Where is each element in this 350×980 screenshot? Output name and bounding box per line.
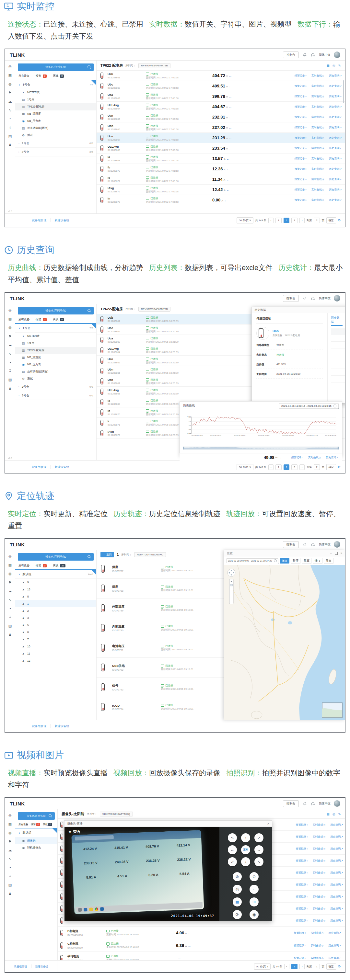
page-size-select[interactable]: 50 条/页 ∨ (237, 217, 253, 223)
sidebar-device-item[interactable]: ▤1号库 (15, 340, 96, 347)
send-down-icon[interactable]: ← (188, 931, 191, 935)
rail-icon[interactable]: ↧ (8, 369, 11, 373)
rail-icon[interactable]: ▤ (8, 378, 12, 382)
map-compass[interactable] (227, 569, 235, 577)
rail-icon[interactable]: ◍ (8, 831, 12, 835)
history-query-link[interactable]: 历史查询↗ (329, 74, 342, 77)
table-row[interactable]: 411.592021-04-06 18:26:39 (331, 335, 345, 342)
rail-icon[interactable]: ◎ (8, 64, 12, 68)
history-query-link[interactable]: 历史查询↗ (326, 456, 338, 459)
page-button-active[interactable]: 2 (284, 218, 289, 223)
back-button[interactable]: ← 返回 (101, 552, 114, 557)
rail-icon[interactable]: ⚑ (8, 581, 12, 585)
page-button-active[interactable]: 2 (284, 465, 289, 470)
alarm-record-link[interactable]: 报警记录○ (296, 835, 308, 838)
history-query-link[interactable]: 历史查询↗ (329, 126, 342, 129)
send-down-icon[interactable]: ← (280, 456, 283, 459)
avatar[interactable] (334, 295, 340, 302)
date-range-input[interactable]: 2021-03-28 00:00:00 - 2021-03-31 19:37:2… (226, 558, 278, 563)
send-down-icon[interactable]: ← (229, 74, 232, 78)
sidebar-device-item[interactable]: ▲5 (15, 622, 96, 628)
maximize-icon[interactable] (335, 552, 338, 555)
alarm-record-link[interactable]: 报警记录○ (294, 188, 307, 191)
alarm-record-link[interactable]: 报警记录○ (294, 95, 307, 98)
realtime-curve-link[interactable]: 实时曲线◷ (313, 823, 325, 826)
history-query-link[interactable]: 历史查询↗ (329, 136, 342, 140)
rail-icon[interactable]: ◎ (8, 308, 12, 312)
table-row[interactable]: 412.312021-04-06 18:22:36 (331, 348, 345, 355)
console-button[interactable]: 控制台 (283, 800, 299, 807)
ptz-direction-button[interactable]: ↗ (254, 833, 264, 842)
alarm-record-link[interactable]: 报警记录○ (291, 456, 303, 459)
ptz-direction-button[interactable]: ↖ (228, 833, 237, 842)
tab-alarm[interactable]: 报警 (36, 318, 41, 321)
realtime-curve-link[interactable]: 实时曲线◷ (313, 919, 325, 922)
page-size-select[interactable]: 50 条/页 ∨ (254, 964, 271, 970)
rail-icon[interactable]: ◔ (9, 606, 11, 611)
settings-icon[interactable]: ◎ (332, 812, 336, 816)
prev-page-button[interactable]: ‹ (268, 465, 274, 470)
send-down-icon[interactable]: ← (227, 157, 230, 161)
page-button-active[interactable]: 1 (291, 964, 297, 969)
tab-all-devices[interactable]: 所有设备 (19, 318, 29, 321)
rail-icon[interactable]: ☁ (8, 343, 12, 347)
alarm-record-link[interactable]: 报警记录○ (294, 74, 307, 77)
sensor-row[interactable]: InID:1283873 已连接更新时间:2021/04/02 17:06:58… (97, 195, 345, 205)
alarm-record-link[interactable]: 报警记录○ (294, 956, 306, 960)
ptz-direction-button[interactable]: 正常 (241, 845, 250, 854)
ptz-function-button[interactable]: ◉ (249, 910, 259, 919)
device-group-manage-button[interactable]: 设备组管理 (28, 218, 51, 223)
realtime-curve-link[interactable]: 实时曲线◷ (308, 456, 321, 459)
realtime-curve-link[interactable]: 实时曲线◷ (313, 883, 325, 886)
speed-select[interactable]: 慢 ∨ (313, 558, 323, 564)
ptz-direction-button[interactable]: ↙ (228, 857, 237, 866)
edit-icon[interactable]: ✎ (338, 812, 341, 816)
sidebar-device-item[interactable]: ▦NB_温湿度 (15, 110, 96, 118)
rail-icon[interactable]: ∿ (8, 108, 11, 112)
tab-all-devices[interactable]: 所有设备 (19, 74, 29, 78)
sensor-row[interactable]: C相电流ID:200498989 已连接更新时间:2021/04/06 19:4… (58, 939, 345, 952)
sensor-row[interactable]: 平均电流ID:200498990 已连接更新时间:2021/04/06 19:4… (58, 952, 345, 960)
sensor-row[interactable]: UbnID:1283866 已连接更新时间:2021/04/02 17:06:5… (97, 123, 345, 133)
device-group-manage-button[interactable]: 设备组管理 (28, 724, 51, 729)
next-page-button[interactable]: › (299, 964, 305, 969)
tab-all-devices[interactable]: 所有设备 (19, 823, 28, 826)
realtime-curve-link[interactable]: 实时曲线◷ (312, 105, 324, 108)
realtime-curve-link[interactable]: 实时曲线◷ (312, 157, 324, 160)
close-icon[interactable]: × (340, 552, 342, 555)
history-query-link[interactable]: 历史查询↗ (328, 956, 341, 960)
device-group-row[interactable]: ∨1号仓7/7 (15, 80, 96, 89)
table-row[interactable]: 412.532021-04-06 18:24:37 (331, 342, 345, 348)
send-down-icon[interactable]: ← (229, 95, 232, 99)
map[interactable]: +− (224, 565, 345, 720)
alarm-record-link[interactable]: 报警记录○ (294, 105, 307, 108)
history-query-link[interactable]: 历史查询↗ (330, 883, 343, 886)
table-row[interactable]: 413.872021-04-06 18:18:36 (331, 362, 345, 369)
ptz-function-button[interactable]: ◎ (233, 885, 242, 894)
tab-offline[interactable]: 离线 (53, 564, 58, 568)
bell-icon[interactable] (303, 802, 307, 806)
device-group-row[interactable]: ›3号仓0/0 (15, 148, 96, 156)
sidebar-device-item[interactable]: ⚙测试 (15, 132, 96, 139)
partial-sensor-row[interactable]: 49.98Hz← 报警记录○实时曲线◷历史查询↗ (179, 453, 342, 461)
sensor-row[interactable]: IAvgID:1283872 已连接更新时间:2021/04/02 17:06:… (97, 185, 345, 195)
play-button[interactable]: 播放 (280, 558, 289, 563)
realtime-curve-link[interactable]: 实时曲线◷ (312, 126, 324, 129)
settings-icon[interactable]: ◎ (332, 64, 336, 67)
rail-icon[interactable]: ▤ (8, 134, 12, 138)
new-device-group-button[interactable]: 新建设备组 (51, 465, 73, 469)
refresh-icon[interactable]: ⟳ (338, 964, 341, 969)
rail-icon[interactable]: ♟ (8, 143, 12, 147)
send-down-icon[interactable]: ← (178, 956, 181, 960)
table-row[interactable]: 412.782021-04-06 18:16:35 (331, 369, 345, 375)
realtime-curve-link[interactable]: 实时曲线◷ (313, 895, 325, 898)
history-query-link[interactable]: 历史查询↗ (329, 188, 342, 191)
page-button[interactable]: 3 (291, 465, 297, 470)
rail-icon[interactable]: ▦ (8, 822, 12, 826)
goto-page-input[interactable]: 1 (314, 964, 320, 969)
sensor-row[interactable]: UcaID:1283863 已连接更新时间:2021/04/02 17:06:5… (97, 91, 345, 102)
sidebar-device-item[interactable]: ▣摄像头 (15, 837, 58, 844)
alarm-record-link[interactable]: 报警记录○ (294, 84, 307, 88)
rail-icon[interactable]: ◍ (8, 326, 12, 330)
export-button[interactable]: 导出 (324, 558, 334, 564)
